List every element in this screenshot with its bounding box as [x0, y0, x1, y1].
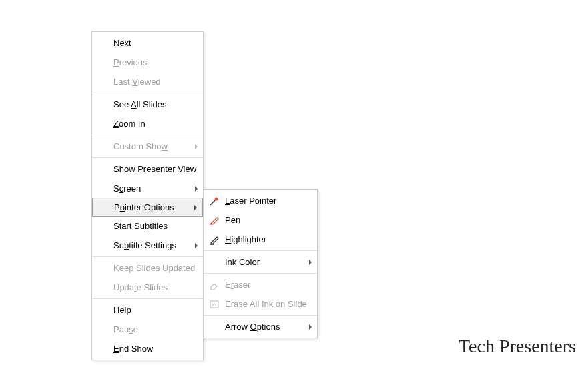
- menu-label: Subtitle Settings: [113, 240, 176, 250]
- menu-divider: [92, 93, 203, 93]
- watermark-text: Tech Presenters: [459, 336, 576, 357]
- menu-item-next[interactable]: Next: [92, 33, 203, 53]
- menu-label: Pointer Options: [114, 202, 174, 212]
- menu-label: End Show: [113, 344, 153, 354]
- chevron-right-icon: [194, 205, 197, 210]
- menu-item-custom-show: Custom Show: [92, 137, 203, 156]
- menu-item-help[interactable]: Help: [92, 300, 203, 320]
- menu-label: Last Viewed: [113, 77, 161, 87]
- menu-item-start-subtitles[interactable]: Start Subtitles: [92, 216, 203, 236]
- menu-divider: [92, 157, 203, 158]
- menu-item-screen[interactable]: Screen: [92, 179, 203, 198]
- menu-label: Laser Pointer: [225, 196, 276, 206]
- menu-item-subtitle-settings[interactable]: Subtitle Settings: [92, 236, 203, 255]
- chevron-right-icon: [309, 324, 312, 330]
- context-menu-pointer-options: Laser Pointer Pen Highlighter Ink Color: [203, 189, 318, 338]
- svg-line-0: [210, 200, 216, 205]
- menu-label: Ink Color: [225, 257, 260, 267]
- menu-item-laser-pointer[interactable]: Laser Pointer: [204, 191, 317, 210]
- menu-item-pen[interactable]: Pen: [204, 210, 317, 230]
- menu-divider: [92, 135, 203, 135]
- menu-label: Previous: [113, 57, 148, 67]
- menu-label: Arrow Options: [225, 322, 280, 332]
- menu-divider: [92, 298, 203, 299]
- menu-divider: [204, 250, 317, 251]
- menu-item-end-show[interactable]: End Show: [92, 339, 203, 358]
- menu-label: Update Slides: [113, 282, 168, 292]
- menu-item-update-slides: Update Slides: [92, 278, 203, 297]
- menu-item-eraser: Eraser: [204, 275, 317, 294]
- menu-label: Custom Show: [113, 141, 168, 151]
- context-menu-main: Next Previous Last Viewed See All Slides…: [91, 31, 204, 360]
- menu-label: Keep Slides Updated: [113, 263, 195, 273]
- menu-divider: [204, 273, 317, 274]
- menu-item-previous: Previous: [92, 53, 203, 72]
- menu-label: Erase All Ink on Slide: [225, 299, 307, 309]
- menu-label: Pause: [113, 324, 138, 334]
- svg-rect-3: [210, 301, 218, 308]
- menu-item-show-presenter-view[interactable]: Show Presenter View: [92, 159, 203, 179]
- menu-item-pause: Pause: [92, 320, 203, 339]
- menu-item-erase-all-ink: Erase All Ink on Slide: [204, 294, 317, 314]
- menu-item-zoom-in[interactable]: Zoom In: [92, 114, 203, 133]
- menu-label: Zoom In: [113, 119, 145, 129]
- menu-label: Show Presenter View: [113, 164, 196, 174]
- menu-label: Pen: [225, 215, 240, 225]
- chevron-right-icon: [195, 243, 198, 248]
- menu-item-last-viewed: Last Viewed: [92, 72, 203, 91]
- chevron-right-icon: [309, 260, 312, 265]
- menu-item-pointer-options[interactable]: Pointer Options: [92, 198, 203, 217]
- menu-label: See All Slides: [113, 99, 167, 109]
- highlighter-icon: [209, 234, 220, 245]
- menu-label: Help: [113, 305, 131, 315]
- erase-all-icon: [209, 299, 220, 310]
- chevron-right-icon: [195, 144, 198, 149]
- chevron-right-icon: [195, 186, 198, 192]
- menu-item-arrow-options[interactable]: Arrow Options: [204, 317, 317, 336]
- menu-label: Eraser: [225, 280, 250, 290]
- menu-divider: [92, 256, 203, 257]
- menu-label: Highlighter: [225, 234, 266, 244]
- laser-pointer-icon: [209, 196, 220, 206]
- menu-item-keep-slides-updated: Keep Slides Updated: [92, 258, 203, 278]
- pen-icon: [209, 215, 220, 226]
- menu-item-see-all-slides[interactable]: See All Slides: [92, 95, 203, 114]
- menu-divider: [204, 315, 317, 316]
- menu-item-ink-color[interactable]: Ink Color: [204, 252, 317, 272]
- menu-label: Next: [113, 38, 131, 48]
- menu-label: Screen: [113, 183, 141, 194]
- menu-label: Start Subtitles: [113, 221, 168, 231]
- svg-point-1: [215, 197, 218, 200]
- menu-item-highlighter[interactable]: Highlighter: [204, 230, 317, 249]
- eraser-icon: [209, 280, 220, 290]
